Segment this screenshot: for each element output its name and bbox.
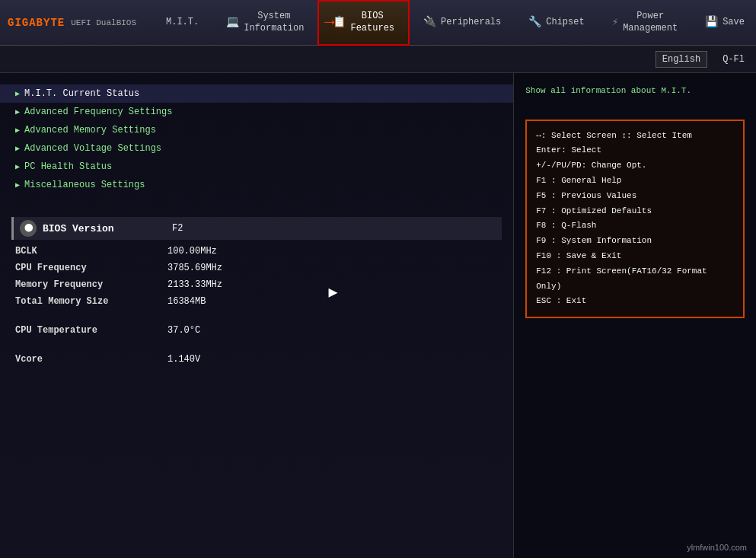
header-bar: GIGABYTE UEFI DualBIOS M.I.T. 💻 SystemIn… bbox=[0, 0, 756, 46]
qflash-button[interactable]: Q-Fl bbox=[723, 54, 745, 65]
memory-frequency-label: Memory Frequency bbox=[15, 279, 167, 290]
bclk-label: BCLK bbox=[15, 246, 167, 257]
cpu-frequency-value: 3785.69MHz bbox=[167, 263, 222, 273]
nav-key-enter: Enter: Select bbox=[536, 145, 601, 155]
power-label: PowerManagement bbox=[623, 11, 678, 34]
memory-frequency-row: Memory Frequency 2133.33MHz bbox=[11, 276, 502, 293]
bclk-value: 100.00MHz bbox=[167, 246, 217, 257]
arrow-indicator: → bbox=[324, 11, 334, 33]
help-description: Show all information about M.I.T. bbox=[525, 84, 745, 98]
menu-label-mit-current-status: M.I.T. Current Status bbox=[24, 88, 139, 99]
bios-screen: GIGABYTE UEFI DualBIOS M.I.T. 💻 SystemIn… bbox=[0, 0, 756, 558]
bclk-row: BCLK 100.00MHz bbox=[11, 243, 502, 260]
vcore-value: 1.140V bbox=[167, 354, 200, 365]
tab-mit[interactable]: M.I.T. bbox=[152, 0, 212, 46]
sysinfo-label: SystemInformation bbox=[244, 11, 304, 34]
nav-key-f9: F9 : System Information bbox=[536, 236, 652, 245]
language-button[interactable]: English bbox=[656, 51, 707, 68]
menu-item-advanced-memory[interactable]: ▶ Advanced Memory Settings bbox=[0, 121, 513, 139]
menu-item-mit-current-status[interactable]: ▶ M.I.T. Current Status bbox=[0, 84, 513, 103]
content-area: ▶ M.I.T. Current Status ▶ Advanced Frequ… bbox=[0, 73, 756, 558]
nav-line-f7: F7 : Optimized Defaults bbox=[536, 204, 734, 219]
nav-key-change: +/-/PU/PD: Change Opt. bbox=[536, 161, 646, 170]
lang-bar: English Q-Fl bbox=[0, 46, 756, 73]
total-memory-label: Total Memory Size bbox=[15, 296, 167, 307]
tab-chipset[interactable]: 🔧 Chipset bbox=[515, 0, 598, 46]
nav-line-f1: F1 : General Help bbox=[536, 174, 734, 189]
cpu-temperature-row: CPU Temperature 37.0°C bbox=[11, 322, 502, 339]
menu-arrow-3: ▶ bbox=[15, 126, 20, 135]
sysinfo-icon: 💻 bbox=[226, 15, 239, 29]
menu-arrow-5: ▶ bbox=[15, 162, 20, 171]
mit-label: M.I.T. bbox=[166, 17, 199, 29]
power-icon: ⚡ bbox=[612, 15, 618, 29]
menu-arrow-1: ▶ bbox=[15, 89, 20, 98]
watermark: ylmfwin100.com bbox=[687, 543, 747, 552]
menu-item-pc-health[interactable]: ▶ PC Health Status bbox=[0, 158, 513, 176]
nav-key-esc: ESC : Exit bbox=[536, 296, 586, 305]
save-label: Save bbox=[723, 17, 745, 29]
save-icon: 💾 bbox=[705, 15, 718, 29]
bios-version-value: F2 bbox=[172, 223, 183, 234]
nav-key-f10: F10 : Save & Exit bbox=[536, 251, 621, 260]
menu-label-miscellaneous: Miscellaneous Settings bbox=[24, 180, 145, 190]
menu-item-advanced-frequency[interactable]: ▶ Advanced Frequency Settings bbox=[0, 103, 513, 121]
nav-line-1: ↔: Select Screen ↕: Select Item bbox=[536, 129, 734, 144]
left-panel: ▶ M.I.T. Current Status ▶ Advanced Frequ… bbox=[0, 73, 514, 558]
memory-frequency-value: 2133.33MHz bbox=[167, 279, 222, 290]
menu-label-advanced-frequency: Advanced Frequency Settings bbox=[24, 107, 172, 117]
menu-label-pc-health: PC Health Status bbox=[24, 161, 112, 172]
menu-item-miscellaneous[interactable]: ▶ Miscellaneous Settings bbox=[0, 176, 513, 194]
nav-line-f5: F5 : Previous Values bbox=[536, 189, 734, 204]
logo-area: GIGABYTE UEFI DualBIOS bbox=[0, 17, 152, 29]
biosfeatures-icon: 📋 bbox=[333, 15, 346, 29]
nav-line-esc: ESC : Exit bbox=[536, 294, 734, 309]
nav-key-f7: F7 : Optimized Defaults bbox=[536, 206, 652, 215]
cursor-arrow: ▶ bbox=[329, 282, 338, 301]
menu-item-advanced-voltage[interactable]: ▶ Advanced Voltage Settings bbox=[0, 139, 513, 158]
nav-line-f10: F10 : Save & Exit bbox=[536, 249, 734, 264]
status-table: ⬤ BIOS Version F2 BCLK 100.00MHz CPU Fre… bbox=[0, 217, 513, 368]
chipset-label: Chipset bbox=[546, 17, 584, 29]
nav-line-f12: F12 : Print Screen(FAT16/32 Format Only) bbox=[536, 264, 734, 295]
nav-line-f8: F8 : Q-Flash bbox=[536, 218, 734, 234]
nav-key-f5: F5 : Previous Values bbox=[536, 191, 636, 200]
nav-key-f8: F8 : Q-Flash bbox=[536, 221, 596, 230]
bios-version-row: ⬤ BIOS Version F2 bbox=[11, 217, 502, 240]
menu-arrow-2: ▶ bbox=[15, 107, 20, 116]
nav-help-box: ↔: Select Screen ↕: Select Item Enter: S… bbox=[525, 120, 745, 319]
tab-save[interactable]: 💾 Save bbox=[691, 0, 756, 46]
menu-arrow-6: ▶ bbox=[15, 180, 20, 190]
total-memory-row: Total Memory Size 16384MB bbox=[11, 293, 502, 310]
uefi-label: UEFI DualBIOS bbox=[71, 18, 136, 27]
nav-tabs: M.I.T. 💻 SystemInformation → 📋 BIOSFeatu… bbox=[152, 0, 756, 46]
menu-section: ▶ M.I.T. Current Status ▶ Advanced Frequ… bbox=[0, 84, 513, 194]
cpu-frequency-row: CPU Frequency 3785.69MHz bbox=[11, 260, 502, 276]
menu-label-advanced-memory: Advanced Memory Settings bbox=[24, 125, 156, 136]
total-memory-value: 16384MB bbox=[167, 296, 206, 307]
peripherals-label: Peripherals bbox=[441, 17, 501, 29]
menu-label-advanced-voltage: Advanced Voltage Settings bbox=[24, 143, 161, 154]
nav-key-f12: F12 : Print Screen(FAT16/32 Format Only) bbox=[536, 266, 707, 291]
tab-power-management[interactable]: ⚡ PowerManagement bbox=[598, 0, 691, 46]
nav-key-f1: F1 : General Help bbox=[536, 176, 621, 185]
nav-line-change: +/-/PU/PD: Change Opt. bbox=[536, 158, 734, 174]
nav-line-f9: F9 : System Information bbox=[536, 234, 734, 249]
bios-version-label: ⬤ BIOS Version bbox=[20, 220, 172, 237]
cpu-temperature-label: CPU Temperature bbox=[15, 325, 167, 336]
peripherals-icon: 🔌 bbox=[423, 15, 436, 29]
menu-arrow-4: ▶ bbox=[15, 144, 20, 153]
tab-system-information[interactable]: 💻 SystemInformation → bbox=[212, 0, 317, 46]
right-panel: Show all information about M.I.T. ↔: Sel… bbox=[514, 73, 756, 558]
nav-line-enter: Enter: Select bbox=[536, 143, 734, 158]
tab-peripherals[interactable]: 🔌 Peripherals bbox=[410, 0, 515, 46]
cpu-frequency-label: CPU Frequency bbox=[15, 263, 167, 273]
vcore-row: Vcore 1.140V bbox=[11, 351, 502, 368]
chipset-icon: 🔧 bbox=[528, 15, 541, 29]
cpu-temperature-value: 37.0°C bbox=[167, 325, 200, 336]
gigabyte-logo: GIGABYTE bbox=[8, 17, 65, 29]
vcore-label: Vcore bbox=[15, 354, 167, 365]
bios-version-icon: ⬤ bbox=[20, 220, 37, 237]
biosfeatures-label: BIOSFeatures bbox=[350, 11, 394, 34]
nav-key-arrows: ↔: Select Screen ↕: Select Item bbox=[536, 131, 692, 140]
